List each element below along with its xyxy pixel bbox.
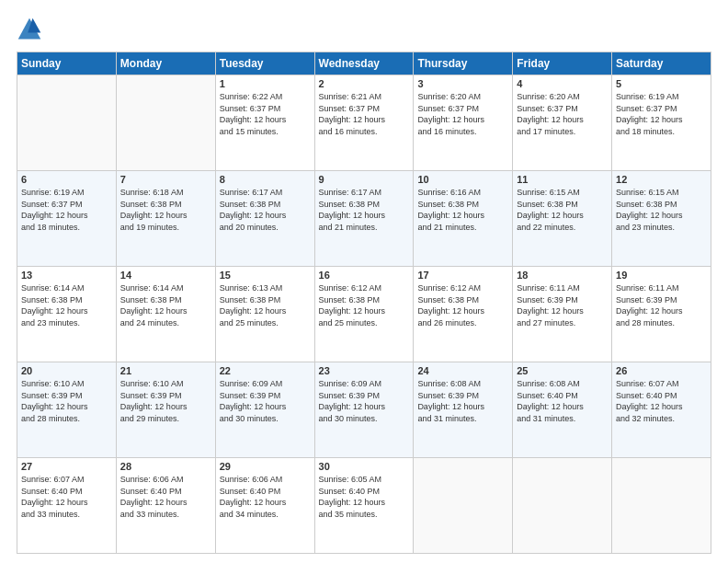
day-info: Sunrise: 6:15 AMSunset: 6:38 PMDaylight:… bbox=[616, 187, 707, 233]
day-info: Sunrise: 6:07 AMSunset: 6:40 PMDaylight:… bbox=[21, 474, 112, 520]
weekday-header: Saturday bbox=[612, 52, 711, 75]
calendar-day bbox=[116, 75, 215, 171]
day-info: Sunrise: 6:12 AMSunset: 6:38 PMDaylight:… bbox=[417, 282, 508, 328]
calendar-day bbox=[17, 75, 117, 171]
day-info: Sunrise: 6:06 AMSunset: 6:40 PMDaylight:… bbox=[120, 474, 211, 520]
day-number: 25 bbox=[517, 365, 608, 376]
calendar-week-row: 13Sunrise: 6:14 AMSunset: 6:38 PMDayligh… bbox=[17, 267, 711, 362]
weekday-header-row: SundayMondayTuesdayWednesdayThursdayFrid… bbox=[17, 52, 711, 75]
calendar-week-row: 1Sunrise: 6:22 AMSunset: 6:37 PMDaylight… bbox=[17, 75, 711, 171]
calendar-week-row: 6Sunrise: 6:19 AMSunset: 6:37 PMDaylight… bbox=[17, 171, 711, 267]
day-number: 5 bbox=[616, 78, 707, 89]
day-info: Sunrise: 6:15 AMSunset: 6:38 PMDaylight:… bbox=[517, 187, 608, 233]
day-number: 29 bbox=[220, 461, 311, 472]
day-number: 18 bbox=[517, 270, 608, 281]
day-number: 9 bbox=[319, 174, 410, 185]
day-info: Sunrise: 6:22 AMSunset: 6:37 PMDaylight:… bbox=[220, 91, 311, 137]
calendar-day: 18Sunrise: 6:11 AMSunset: 6:39 PMDayligh… bbox=[513, 267, 612, 362]
day-number: 27 bbox=[21, 461, 112, 472]
calendar-day: 5Sunrise: 6:19 AMSunset: 6:37 PMDaylight… bbox=[612, 75, 711, 171]
calendar-day: 24Sunrise: 6:08 AMSunset: 6:39 PMDayligh… bbox=[414, 362, 513, 458]
day-number: 28 bbox=[120, 461, 211, 472]
day-info: Sunrise: 6:12 AMSunset: 6:38 PMDaylight:… bbox=[319, 282, 410, 328]
calendar-day: 12Sunrise: 6:15 AMSunset: 6:38 PMDayligh… bbox=[612, 171, 711, 267]
logo bbox=[17, 17, 46, 42]
calendar-day: 8Sunrise: 6:17 AMSunset: 6:38 PMDaylight… bbox=[215, 171, 314, 267]
calendar-day: 21Sunrise: 6:10 AMSunset: 6:39 PMDayligh… bbox=[116, 362, 215, 458]
calendar-week-row: 20Sunrise: 6:10 AMSunset: 6:39 PMDayligh… bbox=[17, 362, 711, 458]
day-number: 26 bbox=[616, 365, 707, 376]
day-number: 15 bbox=[220, 270, 311, 281]
day-info: Sunrise: 6:05 AMSunset: 6:40 PMDaylight:… bbox=[319, 474, 410, 520]
day-info: Sunrise: 6:20 AMSunset: 6:37 PMDaylight:… bbox=[517, 91, 608, 137]
weekday-header: Monday bbox=[116, 52, 215, 75]
page: SundayMondayTuesdayWednesdayThursdayFrid… bbox=[0, 0, 728, 563]
calendar-day bbox=[612, 458, 711, 554]
weekday-header: Tuesday bbox=[215, 52, 314, 75]
day-info: Sunrise: 6:17 AMSunset: 6:38 PMDaylight:… bbox=[220, 187, 311, 233]
calendar-day: 16Sunrise: 6:12 AMSunset: 6:38 PMDayligh… bbox=[314, 267, 414, 362]
day-info: Sunrise: 6:11 AMSunset: 6:39 PMDaylight:… bbox=[616, 282, 707, 328]
day-number: 12 bbox=[616, 174, 707, 185]
calendar-day: 1Sunrise: 6:22 AMSunset: 6:37 PMDaylight… bbox=[215, 75, 314, 171]
day-number: 17 bbox=[417, 270, 508, 281]
day-info: Sunrise: 6:09 AMSunset: 6:39 PMDaylight:… bbox=[319, 378, 410, 424]
day-number: 21 bbox=[120, 365, 211, 376]
day-number: 6 bbox=[21, 174, 112, 185]
day-info: Sunrise: 6:19 AMSunset: 6:37 PMDaylight:… bbox=[21, 187, 112, 233]
calendar-day: 13Sunrise: 6:14 AMSunset: 6:38 PMDayligh… bbox=[17, 267, 117, 362]
weekday-header: Wednesday bbox=[314, 52, 414, 75]
day-info: Sunrise: 6:13 AMSunset: 6:38 PMDaylight:… bbox=[220, 282, 311, 328]
calendar-day: 7Sunrise: 6:18 AMSunset: 6:38 PMDaylight… bbox=[116, 171, 215, 267]
calendar-day: 29Sunrise: 6:06 AMSunset: 6:40 PMDayligh… bbox=[215, 458, 314, 554]
day-number: 7 bbox=[120, 174, 211, 185]
day-number: 1 bbox=[220, 78, 311, 89]
day-number: 16 bbox=[319, 270, 410, 281]
day-info: Sunrise: 6:21 AMSunset: 6:37 PMDaylight:… bbox=[319, 91, 410, 137]
weekday-header: Thursday bbox=[414, 52, 513, 75]
day-info: Sunrise: 6:17 AMSunset: 6:38 PMDaylight:… bbox=[319, 187, 410, 233]
day-number: 24 bbox=[417, 365, 508, 376]
day-info: Sunrise: 6:14 AMSunset: 6:38 PMDaylight:… bbox=[120, 282, 211, 328]
day-number: 13 bbox=[21, 270, 112, 281]
day-number: 10 bbox=[417, 174, 508, 185]
day-number: 22 bbox=[220, 365, 311, 376]
day-number: 19 bbox=[616, 270, 707, 281]
calendar-day: 15Sunrise: 6:13 AMSunset: 6:38 PMDayligh… bbox=[215, 267, 314, 362]
calendar-day: 14Sunrise: 6:14 AMSunset: 6:38 PMDayligh… bbox=[116, 267, 215, 362]
day-info: Sunrise: 6:19 AMSunset: 6:37 PMDaylight:… bbox=[616, 91, 707, 137]
calendar-day: 20Sunrise: 6:10 AMSunset: 6:39 PMDayligh… bbox=[17, 362, 117, 458]
calendar-day: 3Sunrise: 6:20 AMSunset: 6:37 PMDaylight… bbox=[414, 75, 513, 171]
calendar-day: 19Sunrise: 6:11 AMSunset: 6:39 PMDayligh… bbox=[612, 267, 711, 362]
day-info: Sunrise: 6:06 AMSunset: 6:40 PMDaylight:… bbox=[220, 474, 311, 520]
weekday-header: Friday bbox=[513, 52, 612, 75]
calendar-day: 9Sunrise: 6:17 AMSunset: 6:38 PMDaylight… bbox=[314, 171, 414, 267]
day-number: 4 bbox=[517, 78, 608, 89]
day-info: Sunrise: 6:16 AMSunset: 6:38 PMDaylight:… bbox=[417, 187, 508, 233]
calendar-day: 10Sunrise: 6:16 AMSunset: 6:38 PMDayligh… bbox=[414, 171, 513, 267]
day-info: Sunrise: 6:08 AMSunset: 6:39 PMDaylight:… bbox=[417, 378, 508, 424]
day-info: Sunrise: 6:07 AMSunset: 6:40 PMDaylight:… bbox=[616, 378, 707, 424]
calendar-table: SundayMondayTuesdayWednesdayThursdayFrid… bbox=[17, 52, 711, 554]
calendar-day: 11Sunrise: 6:15 AMSunset: 6:38 PMDayligh… bbox=[513, 171, 612, 267]
calendar-day: 23Sunrise: 6:09 AMSunset: 6:39 PMDayligh… bbox=[314, 362, 414, 458]
day-info: Sunrise: 6:11 AMSunset: 6:39 PMDaylight:… bbox=[517, 282, 608, 328]
calendar-day: 2Sunrise: 6:21 AMSunset: 6:37 PMDaylight… bbox=[314, 75, 414, 171]
calendar-day: 27Sunrise: 6:07 AMSunset: 6:40 PMDayligh… bbox=[17, 458, 117, 554]
calendar-week-row: 27Sunrise: 6:07 AMSunset: 6:40 PMDayligh… bbox=[17, 458, 711, 554]
day-number: 3 bbox=[417, 78, 508, 89]
day-number: 14 bbox=[120, 270, 211, 281]
day-number: 11 bbox=[517, 174, 608, 185]
day-info: Sunrise: 6:09 AMSunset: 6:39 PMDaylight:… bbox=[220, 378, 311, 424]
calendar-day: 22Sunrise: 6:09 AMSunset: 6:39 PMDayligh… bbox=[215, 362, 314, 458]
day-number: 23 bbox=[319, 365, 410, 376]
calendar-day: 30Sunrise: 6:05 AMSunset: 6:40 PMDayligh… bbox=[314, 458, 414, 554]
day-info: Sunrise: 6:14 AMSunset: 6:38 PMDaylight:… bbox=[21, 282, 112, 328]
day-info: Sunrise: 6:20 AMSunset: 6:37 PMDaylight:… bbox=[417, 91, 508, 137]
calendar-day: 6Sunrise: 6:19 AMSunset: 6:37 PMDaylight… bbox=[17, 171, 117, 267]
day-info: Sunrise: 6:10 AMSunset: 6:39 PMDaylight:… bbox=[21, 378, 112, 424]
day-info: Sunrise: 6:08 AMSunset: 6:40 PMDaylight:… bbox=[517, 378, 608, 424]
calendar-day: 28Sunrise: 6:06 AMSunset: 6:40 PMDayligh… bbox=[116, 458, 215, 554]
calendar-day: 4Sunrise: 6:20 AMSunset: 6:37 PMDaylight… bbox=[513, 75, 612, 171]
day-number: 8 bbox=[220, 174, 311, 185]
